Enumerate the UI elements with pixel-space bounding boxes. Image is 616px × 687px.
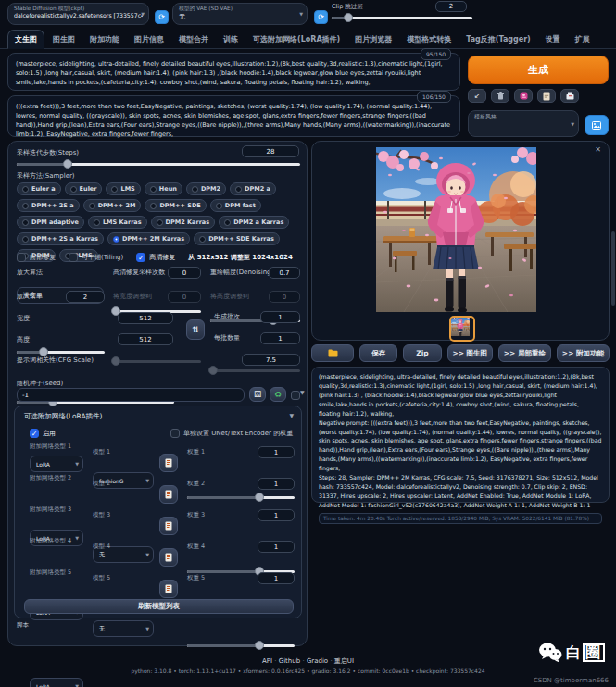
refresh-checkpoint-button[interactable]: ⟳: [155, 10, 169, 24]
random-seed-button[interactable]: ⚄: [249, 387, 266, 402]
cfg-value[interactable]: 7.5: [242, 354, 300, 366]
addnet-type-dropdown[interactable]: LoRA▼: [30, 678, 83, 687]
tiling-checkbox[interactable]: 可平铺(Tiling): [69, 253, 123, 262]
send-to-inpaint-button[interactable]: >> 局部重绘: [498, 344, 551, 362]
github-link[interactable]: Github: [279, 657, 300, 665]
refresh-models-button[interactable]: 刷新模型列表: [24, 599, 294, 614]
addnet-metadata-button[interactable]: [159, 454, 178, 472]
width-value[interactable]: 512: [118, 312, 173, 324]
clear-prompt-button[interactable]: [491, 89, 509, 103]
addnet-collapse-arrow[interactable]: ▼: [289, 412, 294, 418]
addnet-model-dropdown[interactable]: 无▼: [93, 620, 154, 637]
sampler-option[interactable]: DPM2 Karras: [151, 216, 216, 229]
addnet-weight-value[interactable]: 1: [258, 509, 295, 521]
addnet-metadata-button[interactable]: [159, 580, 178, 598]
clip-skip-value[interactable]: 2: [435, 1, 467, 12]
upscale-by-value[interactable]: 2: [66, 291, 105, 303]
addnet-weight-value[interactable]: 1: [258, 446, 295, 458]
addnet-weight-value[interactable]: 1: [258, 478, 295, 490]
extra-seed-checkbox[interactable]: [291, 391, 300, 400]
sampler-option[interactable]: DPM++ SDE: [145, 199, 206, 212]
folder-icon: [328, 349, 338, 357]
send-to-extras-button[interactable]: >> 附加功能: [557, 344, 610, 362]
addnet-weight-value[interactable]: 1: [258, 572, 295, 584]
sampler-option[interactable]: LMS: [106, 182, 140, 195]
clip-skip-slider[interactable]: [332, 13, 472, 22]
tab-image-browser[interactable]: 图片浏览器: [348, 31, 398, 48]
refresh-vae-button[interactable]: ⟳: [314, 10, 328, 24]
send-to-img2img-button[interactable]: >> 图生图: [447, 344, 493, 362]
sampler-option[interactable]: DPM2 a Karras: [219, 216, 289, 229]
sampler-option[interactable]: DPM++ 2S a Karras: [17, 232, 104, 245]
addnet-type-dropdown[interactable]: LoRA▼: [30, 456, 83, 472]
styles-refresh-button[interactable]: [585, 115, 609, 135]
addnet-weight-value[interactable]: 1: [258, 541, 295, 553]
save-style-button[interactable]: [560, 89, 579, 103]
sampler-option-selected[interactable]: DPM++ 2M Karras: [107, 232, 190, 245]
tab-tagger[interactable]: Tag反推(Tagger): [459, 31, 537, 48]
tab-extensions[interactable]: 扩展: [569, 31, 597, 48]
batch-count-value[interactable]: 1: [260, 311, 300, 323]
sampler-option[interactable]: DPM++ SDE Karras: [194, 232, 280, 245]
tab-train[interactable]: 训练: [217, 31, 245, 48]
addnet-metadata-button[interactable]: [159, 548, 178, 567]
swap-dimensions-button[interactable]: ⇅: [186, 319, 205, 340]
steps-value[interactable]: 28: [242, 145, 299, 157]
reload-ui-link[interactable]: 重启UI: [334, 657, 354, 665]
addnet-weight-slider[interactable]: [187, 641, 295, 650]
extra-networks-button[interactable]: [514, 89, 533, 103]
close-icon[interactable]: ✕: [595, 145, 601, 154]
tab-img2img[interactable]: 图生图: [46, 31, 82, 48]
addnet-metadata-button[interactable]: [159, 517, 178, 535]
steps-slider[interactable]: [17, 159, 300, 169]
sampler-option[interactable]: DPM adaptive: [17, 216, 84, 229]
addnet-weight-slider[interactable]: [187, 493, 295, 502]
sampler-option[interactable]: DPM2 a: [230, 182, 276, 195]
sampler-option[interactable]: Euler a: [17, 182, 61, 195]
generate-button[interactable]: 生成: [468, 56, 609, 84]
gallery-thumbnail[interactable]: [449, 316, 475, 342]
styles-dropdown[interactable]: 模板风格 ▼: [468, 110, 579, 137]
seed-expand-arrow[interactable]: ▼: [300, 389, 305, 395]
seed-input[interactable]: -1: [17, 388, 245, 402]
addnet-separate-checkbox[interactable]: 单独设置 UNet/Text Encoder 的权重: [170, 429, 293, 438]
gradio-link[interactable]: Gradio: [307, 657, 328, 665]
negative-token-counter: 106/150: [417, 91, 451, 103]
sampler-option[interactable]: DPM fast: [210, 199, 261, 212]
tab-lora[interactable]: 可选附加网络(LoRA插件): [246, 31, 346, 48]
tab-extras[interactable]: 附加功能: [83, 31, 126, 48]
addnet-metadata-button[interactable]: [159, 485, 178, 504]
zip-button[interactable]: Zip: [403, 344, 441, 362]
tab-merge[interactable]: 模型合并: [172, 31, 215, 48]
api-link[interactable]: API: [262, 657, 272, 665]
sampler-option[interactable]: DPM2: [186, 182, 226, 195]
upscale-by-slider[interactable]: [17, 347, 105, 356]
addnet-enable-checkbox[interactable]: ✓ 启用: [30, 429, 56, 438]
height-value[interactable]: 512: [118, 333, 173, 345]
reuse-seed-button[interactable]: ♻: [270, 387, 286, 402]
sampler-option[interactable]: LMS Karras: [88, 216, 147, 229]
hires-fix-checkbox[interactable]: ✓高清修复: [136, 253, 175, 262]
tab-model-convert[interactable]: 模型格式转换: [400, 31, 458, 48]
sampler-option[interactable]: DPM++ 2S a: [17, 199, 80, 212]
sampler-option[interactable]: Euler: [65, 182, 103, 195]
save-button[interactable]: 保存: [359, 344, 397, 362]
negative-prompt-textarea[interactable]: (((extra feet))),3 feet,more than two fe…: [7, 95, 460, 137]
checkpoint-select[interactable]: Stable Diffusion 模型(ckpt) dalceforealist…: [7, 3, 149, 25]
open-folder-button[interactable]: [311, 344, 354, 362]
scrollbar-thumb[interactable]: [611, 231, 615, 306]
sampler-option[interactable]: Heun: [145, 182, 182, 195]
generated-image[interactable]: [376, 147, 536, 312]
prompt-textarea[interactable]: (masterpiece, sidelighting, ultra-detail…: [7, 53, 460, 91]
denoising-value[interactable]: 0.7: [269, 267, 300, 279]
tab-settings[interactable]: 设置: [539, 31, 567, 48]
read-params-button[interactable]: ↙: [468, 89, 486, 103]
tab-png-info[interactable]: 图片信息: [128, 31, 170, 48]
vae-select[interactable]: 模型的 VAE (SD VAE) 无 ▼: [172, 3, 308, 25]
apply-style-button[interactable]: [537, 89, 556, 103]
hires-steps-value[interactable]: 0: [168, 267, 201, 279]
tab-txt2img[interactable]: 文生图: [7, 30, 44, 49]
batch-size-value[interactable]: 1: [260, 332, 300, 344]
restore-faces-checkbox[interactable]: 面部修复: [17, 253, 56, 262]
sampler-option[interactable]: DPM++ 2M: [83, 199, 142, 212]
